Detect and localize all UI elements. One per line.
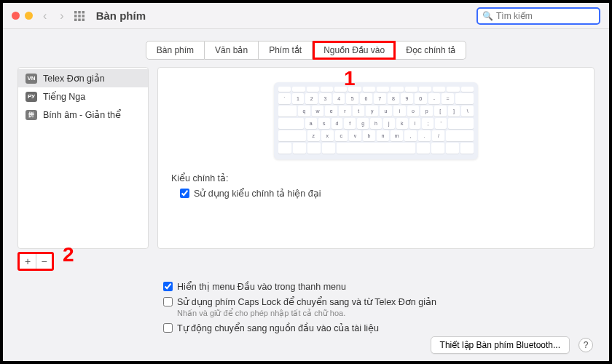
source-label: Tiếng Nga bbox=[43, 91, 85, 102]
window-frame: ‹ › Bàn phím 🔍 Bàn phím Văn bản Phím tắt… bbox=[0, 0, 612, 364]
spelling-checkbox[interactable] bbox=[180, 189, 189, 198]
title-bar: ‹ › Bàn phím 🔍 bbox=[3, 3, 609, 29]
svg-rect-5 bbox=[82, 15, 85, 17]
option-sublabel: Nhấn và giữ để cho phép nhập tất cả chữ … bbox=[177, 309, 436, 318]
checkbox[interactable] bbox=[163, 297, 173, 306]
window-controls bbox=[12, 12, 33, 20]
option-label: Tự động chuyển sang nguồn đầu vào của tà… bbox=[177, 323, 379, 333]
search-input[interactable] bbox=[496, 11, 595, 21]
source-item-russian[interactable]: РУ Tiếng Nga bbox=[18, 87, 148, 106]
input-sources-list: VN Telex Đơn giản РУ Tiếng Nga 拼 Bính âm… bbox=[17, 67, 149, 249]
source-label: Telex Đơn giản bbox=[43, 73, 105, 84]
svg-rect-8 bbox=[82, 18, 85, 21]
content-area: Bàn phím Văn bản Phím tắt Nguồn Đầu vào … bbox=[3, 29, 609, 345]
svg-rect-7 bbox=[78, 18, 81, 21]
minimize-icon[interactable] bbox=[25, 12, 33, 20]
svg-rect-2 bbox=[82, 11, 85, 14]
option-auto-switch[interactable]: Tự động chuyển sang nguồn đầu vào của tà… bbox=[163, 323, 595, 333]
option-show-input-menu[interactable]: Hiển thị menu Đầu vào trong thanh menu bbox=[163, 281, 595, 292]
footer: Thiết lập Bàn phím Bluetooth... ? bbox=[431, 336, 593, 354]
option-label: Hiển thị menu Đầu vào trong thanh menu bbox=[177, 281, 346, 292]
option-label: Sử dụng phím Caps Lock để chuyển sang và… bbox=[177, 297, 436, 307]
source-icon: РУ bbox=[26, 92, 37, 102]
tab-keyboard[interactable]: Bàn phím bbox=[146, 41, 205, 60]
options-section: Hiển thị menu Đầu vào trong thanh menu S… bbox=[163, 281, 595, 333]
source-item-telex[interactable]: VN Telex Đơn giản bbox=[18, 69, 148, 87]
checkbox[interactable] bbox=[163, 323, 173, 333]
svg-rect-3 bbox=[74, 15, 77, 17]
tab-input-sources[interactable]: Nguồn Đầu vào bbox=[313, 41, 396, 60]
source-icon: 拼 bbox=[26, 110, 37, 120]
source-preview: `1234567890-=qwertyuiop[]\asdfghjkl;'zxc… bbox=[157, 67, 595, 249]
forward-button[interactable]: › bbox=[57, 9, 66, 23]
spelling-checkbox-row[interactable]: Sử dụng kiểu chính tả hiện đại bbox=[171, 188, 581, 199]
source-icon: VN bbox=[26, 74, 37, 84]
spelling-section: Kiểu chính tả: Sử dụng kiểu chính tả hiệ… bbox=[171, 173, 581, 199]
keyboard-preview: `1234567890-=qwertyuiop[]\asdfghjkl;'zxc… bbox=[274, 82, 478, 159]
source-item-pinyin[interactable]: 拼 Bính âm - Giản thể bbox=[18, 106, 148, 124]
panel: VN Telex Đơn giản РУ Tiếng Nga 拼 Bính âm… bbox=[17, 67, 595, 249]
source-label: Bính âm - Giản thể bbox=[43, 109, 121, 120]
tab-dictation[interactable]: Đọc chính tả bbox=[396, 41, 466, 60]
grid-icon[interactable] bbox=[74, 11, 85, 21]
spelling-heading: Kiểu chính tả: bbox=[171, 173, 581, 183]
search-icon: 🔍 bbox=[482, 11, 493, 21]
tab-bar: Bàn phím Văn bản Phím tắt Nguồn Đầu vào … bbox=[17, 41, 595, 60]
svg-rect-6 bbox=[74, 18, 77, 21]
svg-rect-0 bbox=[74, 11, 77, 14]
tab-text[interactable]: Văn bản bbox=[205, 41, 259, 60]
search-field[interactable]: 🔍 bbox=[476, 7, 600, 25]
checkbox[interactable] bbox=[163, 282, 173, 291]
close-icon[interactable] bbox=[12, 12, 20, 20]
tab-shortcuts[interactable]: Phím tắt bbox=[259, 41, 313, 60]
help-button[interactable]: ? bbox=[578, 338, 593, 352]
spelling-option-label: Sử dụng kiểu chính tả hiện đại bbox=[194, 188, 321, 199]
svg-rect-1 bbox=[78, 11, 81, 14]
add-source-button[interactable]: + bbox=[20, 254, 36, 269]
add-remove-source: + − bbox=[17, 252, 54, 271]
option-capslock-switch[interactable]: Sử dụng phím Caps Lock để chuyển sang và… bbox=[163, 296, 595, 318]
bluetooth-keyboard-button[interactable]: Thiết lập Bàn phím Bluetooth... bbox=[431, 336, 570, 354]
window-title: Bàn phím bbox=[96, 9, 146, 22]
back-button[interactable]: ‹ bbox=[40, 9, 50, 23]
svg-rect-4 bbox=[78, 15, 81, 17]
remove-source-button[interactable]: − bbox=[36, 254, 52, 269]
